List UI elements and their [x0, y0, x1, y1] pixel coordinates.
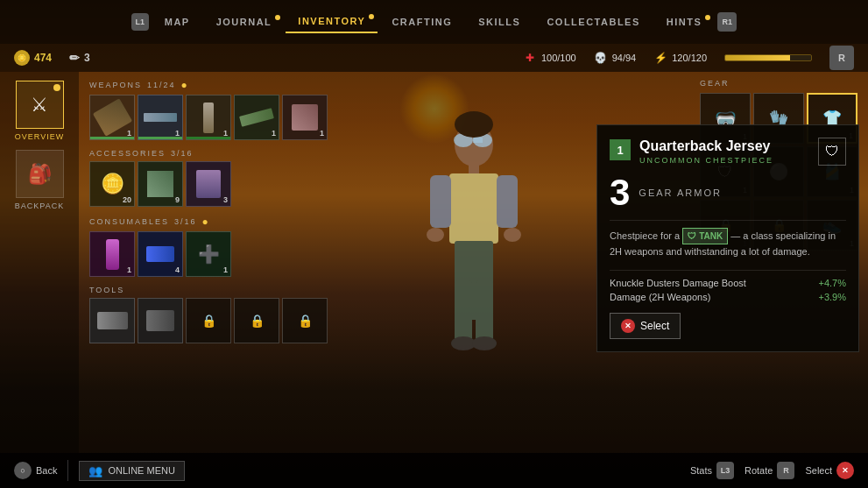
bonus-2-label: Damage (2H Weapons) [610, 292, 710, 302]
rotate-label: Rotate [745, 465, 773, 476]
tool-item-2[interactable] [138, 298, 183, 343]
r1-button[interactable]: R1 [717, 12, 737, 32]
currency-gold: 🪙 474 [14, 50, 52, 66]
accessory-item-1[interactable]: 🪙 20 [89, 161, 135, 207]
tank-shield-icon: 🛡 [688, 230, 696, 243]
weapon-item-4[interactable]: 1 [234, 95, 279, 140]
consumable-item-3[interactable]: ➕ 1 [186, 231, 231, 277]
weapon-1-bar [90, 137, 134, 139]
tab-hints[interactable]: HINTS [654, 11, 715, 32]
weapon-item-3[interactable]: 1 [186, 95, 231, 140]
l1-button[interactable]: L1 [131, 13, 149, 31]
tool-item-1[interactable] [89, 298, 135, 343]
online-menu-button[interactable]: 👥 ONLINE MENU [79, 461, 184, 481]
r-button[interactable]: R [829, 46, 854, 70]
bolt-icon: ⚡ [653, 51, 667, 65]
status-bar: 🪙 474 ✏ 3 ✚ 100/100 💀 94/94 ⚡ 120/120 R [0, 44, 868, 72]
consumable-2-icon [146, 246, 174, 262]
tab-collectables[interactable]: COLLECTABLES [534, 11, 652, 32]
stats-label: Stats [690, 465, 712, 476]
skull-icon: 💀 [594, 51, 608, 65]
speed-value: 120/120 [672, 53, 707, 63]
bonus-1-label: Knuckle Dusters Damage Boost [610, 278, 746, 288]
tab-inventory[interactable]: INVENTORY [286, 11, 378, 33]
accessory-1-count: 20 [123, 195, 131, 204]
lock-icon-1: 🔒 [201, 314, 216, 328]
inventory-dot [369, 14, 374, 19]
select-button[interactable]: ✕ Select [610, 313, 681, 339]
item-detail-header: 1 Quarterback Jersey UNCOMMON CHESTPIECE… [610, 138, 846, 166]
accessory-2-count: 9 [175, 195, 180, 204]
backpack-icon: 🎒 [16, 150, 64, 198]
weapon-item-1[interactable]: 1 [89, 95, 135, 140]
immunity-bar [724, 54, 812, 61]
tool-item-locked-1: 🔒 [186, 298, 231, 343]
tab-crafting[interactable]: CRAFTING [379, 11, 464, 32]
circle-button[interactable]: ○ [14, 462, 32, 479]
item-description: Chestpiece for a 🛡 TANK — a class specia… [610, 220, 846, 259]
svg-rect-12 [455, 280, 472, 342]
gold-icon: 🪙 [14, 50, 30, 66]
consumables-section: CONSUMABLES 3/16 ● 1 4 ➕ 1 [89, 216, 392, 277]
item-detail-panel: 1 Quarterback Jersey UNCOMMON CHESTPIECE… [596, 124, 859, 352]
svg-rect-13 [476, 280, 493, 342]
immunity-fill [725, 55, 790, 60]
tool-item-locked-2: 🔒 [234, 298, 279, 343]
gold-value: 474 [34, 52, 52, 64]
l1-button-group: L1 [131, 13, 149, 31]
online-menu-label: ONLINE MENU [108, 465, 174, 476]
bottom-right: Stats L3 Rotate R Select ✕ [690, 462, 854, 479]
speed-stat: ⚡ 120/120 [653, 51, 707, 65]
consumable-item-2[interactable]: 4 [138, 231, 183, 277]
class-badge: 🛡 TANK [682, 228, 728, 244]
weapon-item-2[interactable]: 1 [138, 95, 183, 140]
divider [67, 460, 68, 481]
consumable-3-count: 1 [223, 265, 228, 274]
consumable-2-count: 4 [175, 265, 180, 274]
item-rarity: UNCOMMON CHESTPIECE [639, 156, 809, 165]
item-actions: ✕ Select [610, 313, 846, 339]
stamina-stat: 💀 94/94 [594, 51, 637, 65]
journal-dot [275, 15, 280, 20]
item-stat-main: 3 GEAR ARMOR [610, 174, 846, 211]
select-bottom-label: Select [805, 465, 832, 476]
accessory-3-icon [196, 170, 221, 198]
svg-point-14 [451, 336, 476, 350]
tab-map[interactable]: MAP [152, 11, 202, 32]
consumable-item-1[interactable]: 1 [89, 231, 135, 277]
consumable-3-icon: ➕ [198, 244, 220, 265]
backpack-label: BACKPACK [15, 202, 64, 210]
consumables-items: 1 4 ➕ 1 [89, 231, 392, 277]
accessory-3-count: 3 [223, 195, 228, 204]
item-stat-value: 3 [610, 174, 630, 211]
secondary-value: 3 [84, 52, 90, 64]
back-action[interactable]: ○ Back [14, 462, 57, 479]
weapon-item-5[interactable]: 1 [282, 95, 328, 140]
sidebar-item-backpack[interactable]: 🎒 BACKPACK [9, 150, 70, 210]
shield-type-icon: 🛡 [825, 144, 839, 159]
x-button-bottom[interactable]: ✕ [836, 462, 854, 479]
back-label: Back [36, 465, 57, 476]
tool-2-icon [146, 310, 174, 331]
accessories-items: 🪙 20 9 3 [89, 161, 392, 207]
svg-point-9 [427, 228, 444, 242]
svg-rect-3 [473, 138, 483, 143]
people-icon: 👥 [88, 464, 102, 477]
svg-point-15 [472, 336, 497, 350]
r1-button-group: R1 [717, 12, 737, 32]
item-level-badge: 1 [610, 139, 631, 160]
svg-point-4 [455, 111, 493, 138]
accessory-item-2[interactable]: 9 [138, 161, 183, 207]
weapon-3-bar [187, 137, 230, 139]
consumable-1-count: 1 [127, 265, 131, 274]
gear-title: GEAR [700, 79, 861, 88]
tools-section: TOOLS 🔒 🔒 🔒 [89, 286, 392, 343]
l3-button[interactable]: L3 [716, 462, 734, 479]
tools-items: 🔒 🔒 🔒 [89, 298, 392, 343]
accessory-item-3[interactable]: 3 [186, 161, 231, 207]
tab-skills[interactable]: SKILLS [466, 11, 533, 32]
r-stick-button[interactable]: R [777, 462, 794, 479]
sidebar-item-overview[interactable]: ⚔ OVERVIEW [9, 81, 70, 141]
consumables-dot: ● [202, 216, 210, 228]
tab-journal[interactable]: JOURNAL [204, 11, 285, 32]
